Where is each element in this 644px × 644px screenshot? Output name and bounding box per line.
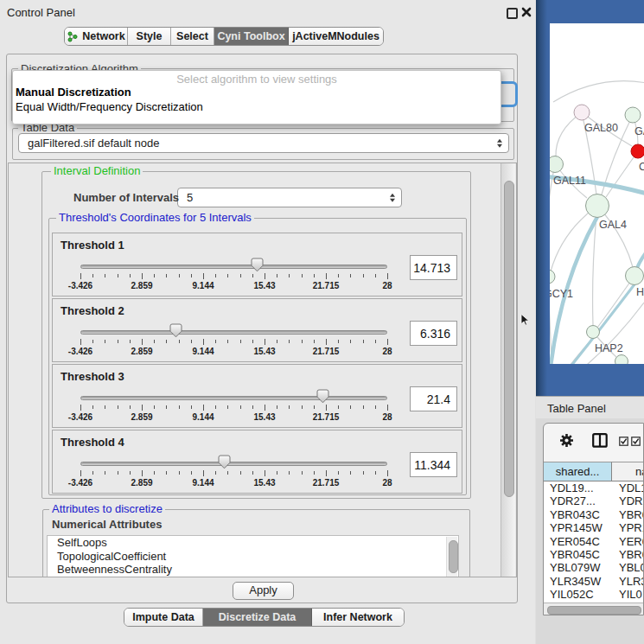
tick-mark	[302, 471, 303, 475]
attribute-items: SelfLoopsTopologicalCoefficientBetweenne…	[48, 536, 458, 577]
tab-network[interactable]: Network	[65, 28, 128, 45]
network-node[interactable]	[587, 326, 600, 339]
settings-scrollbar-thumb[interactable]	[504, 181, 514, 497]
table-horizontal-scrollbar[interactable]	[544, 603, 644, 615]
network-node[interactable]	[631, 144, 644, 158]
threshold-slider-handle[interactable]	[251, 258, 264, 272]
tab-style[interactable]: Style	[128, 28, 171, 45]
tick-mark	[142, 405, 143, 411]
tick-mark	[142, 339, 143, 345]
table-data-combobox[interactable]: galFiltered.sif default node	[18, 133, 509, 153]
close-icon[interactable]	[521, 7, 532, 17]
attribute-item[interactable]: TopologicalCoefficient	[48, 550, 458, 564]
split-columns-icon[interactable]	[592, 433, 608, 448]
tab-label: Cyni Toolbox	[217, 30, 284, 42]
float-window-icon[interactable]	[507, 8, 518, 19]
gear-icon[interactable]	[559, 433, 574, 448]
tick-mark	[350, 405, 351, 409]
threshold-value-input[interactable]	[410, 321, 457, 346]
algorithm-option-placeholder[interactable]: Select algorithm to view settings	[13, 71, 501, 86]
checkbox-icon[interactable]	[631, 437, 641, 446]
attributes-scrollbar-thumb[interactable]	[449, 540, 458, 573]
number-of-intervals-label: Number of Intervals	[71, 192, 182, 203]
threshold-slider-track[interactable]	[80, 265, 387, 269]
table-row[interactable]: YIL052CYIL0	[544, 588, 644, 601]
tick-mark	[326, 339, 327, 345]
checkbox-icon[interactable]	[619, 437, 628, 446]
table-row[interactable]: YDR27...YDR2	[544, 494, 644, 507]
settings-scrollbar[interactable]	[501, 163, 515, 577]
tab-discretize-data[interactable]: Discretize Data	[203, 609, 312, 626]
network-canvas[interactable]: GAL80GACGAL11GAL4GCY1HAHAP2	[550, 23, 644, 364]
network-node[interactable]	[586, 194, 609, 218]
algorithm-option[interactable]: Equal Width/Frequency Discretization	[13, 100, 501, 115]
tab-infer-network[interactable]: Infer Network	[312, 609, 404, 626]
tab-jactivemnodules[interactable]: jActiveMNodules	[289, 28, 383, 45]
tick-mark	[326, 273, 327, 279]
tab-cyni-toolbox[interactable]: Cyni Toolbox	[214, 28, 289, 45]
tab-impute-data[interactable]: Impute Data	[124, 609, 203, 626]
table-row[interactable]: YBR045CYBR0	[544, 548, 644, 561]
tick-mark	[154, 274, 155, 277]
attributes-scrollbar[interactable]	[446, 537, 457, 577]
tick-mark	[203, 273, 204, 279]
table-row[interactable]: YLR345WYLR3	[544, 575, 644, 588]
threshold-slider-track[interactable]	[80, 396, 387, 400]
column-header-shared-name[interactable]: shared...	[544, 462, 612, 481]
tick-label: 9.144	[192, 478, 214, 488]
network-node[interactable]	[550, 156, 564, 173]
tick-mark	[179, 340, 180, 343]
updown-arrows-icon[interactable]	[497, 138, 502, 148]
table-row[interactable]: YDL19...YDL1	[544, 481, 644, 494]
column-header-name[interactable]: na	[612, 462, 644, 481]
tick-label: 2.859	[131, 347, 152, 356]
mouse-cursor-icon	[520, 314, 530, 327]
threshold-value-input[interactable]	[410, 255, 457, 280]
threshold-slider-handle[interactable]	[169, 323, 182, 338]
attributes-group-label: Attributes to discretize	[49, 503, 165, 514]
numerical-attributes-list[interactable]: SelfLoopsTopologicalCoefficientBetweenne…	[47, 535, 459, 577]
threshold-slider-handle[interactable]	[218, 455, 231, 469]
algorithm-option[interactable]: Manual Discretization	[13, 86, 501, 100]
cell-name: YDR2	[619, 494, 644, 507]
table-hscrollbar-thumb[interactable]	[547, 606, 641, 615]
cell-name: YIL0	[619, 588, 642, 601]
tick-mark	[265, 273, 265, 279]
network-node[interactable]	[574, 105, 590, 120]
tick-mark	[142, 273, 143, 279]
table-row[interactable]: YBL079WYBL0	[544, 561, 644, 574]
cell-name: YBL0	[619, 561, 644, 574]
tick-label: 2.859	[131, 281, 152, 290]
number-of-intervals-combobox[interactable]: 5	[177, 188, 402, 207]
network-node[interactable]	[626, 267, 644, 285]
tab-label: Network	[82, 30, 124, 42]
attribute-item[interactable]: SelfLoops	[48, 536, 458, 550]
attribute-item[interactable]: BetweennessCentrality	[48, 563, 458, 577]
network-node[interactable]	[615, 355, 628, 365]
tick-label: 9.144	[192, 281, 214, 290]
threshold-slider-track[interactable]	[80, 330, 387, 335]
tab-select[interactable]: Select	[171, 28, 214, 45]
tick-mark	[215, 405, 216, 409]
table-row[interactable]: YBR043CYBR0	[544, 508, 644, 521]
tab-label: Discretize Data	[219, 611, 296, 623]
threshold-value-input[interactable]	[410, 386, 457, 411]
tick-mark	[240, 471, 241, 475]
tick-mark	[179, 405, 180, 409]
tick-mark	[227, 471, 228, 475]
network-node[interactable]	[550, 270, 555, 284]
tick-mark	[363, 405, 364, 409]
threshold-slider-track[interactable]	[80, 462, 387, 466]
updown-arrows-icon[interactable]	[390, 193, 395, 202]
threshold-value-input[interactable]	[410, 452, 457, 477]
threshold-slider-handle[interactable]	[316, 389, 329, 404]
tick-mark	[80, 405, 81, 411]
apply-button[interactable]: Apply	[233, 582, 294, 600]
tick-mark	[227, 340, 228, 343]
table-row[interactable]: YER054CYER0	[544, 535, 644, 548]
table-row[interactable]: YPR145WYPR1	[544, 521, 644, 534]
tick-mark	[277, 471, 277, 475]
network-node[interactable]	[625, 107, 641, 123]
number-of-intervals-value: 5	[187, 191, 193, 204]
node-label: GAL11	[553, 175, 586, 187]
